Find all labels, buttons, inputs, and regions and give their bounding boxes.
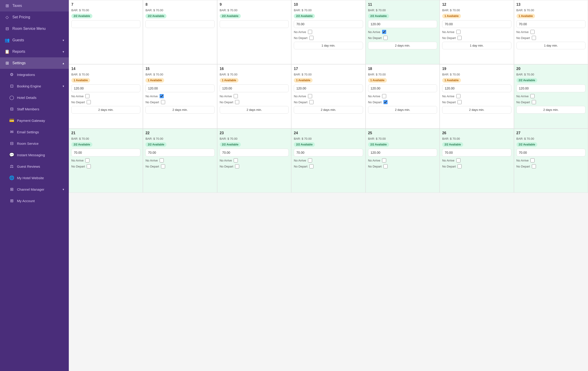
price-input[interactable] xyxy=(294,149,363,157)
bar-price: BAR: $ 70.00 xyxy=(368,137,437,140)
no-depart-checkbox[interactable] xyxy=(161,164,165,169)
no-depart-checkbox[interactable] xyxy=(458,164,462,169)
no-arrive-checkbox[interactable] xyxy=(530,158,535,162)
min-days-button[interactable]: 2 days min. xyxy=(71,106,140,114)
no-arrive-checkbox[interactable] xyxy=(456,94,461,98)
price-input[interactable] xyxy=(220,149,289,157)
price-input[interactable] xyxy=(516,149,586,157)
price-input[interactable] xyxy=(442,149,511,157)
no-arrive-checkbox[interactable] xyxy=(85,94,89,98)
day-cell-18: 18BAR: $ 70.001 Available No Arrive No D… xyxy=(366,64,440,128)
price-input[interactable] xyxy=(71,85,140,92)
no-depart-checkbox[interactable] xyxy=(309,100,314,104)
no-depart-row: No Depart xyxy=(220,100,289,104)
min-days-button[interactable]: 1 day min. xyxy=(294,42,363,49)
no-arrive-checkbox[interactable] xyxy=(160,158,164,162)
guest-reviews-icon: ⚖ xyxy=(9,164,14,169)
min-days-button[interactable]: 2 days min. xyxy=(294,106,363,114)
sidebar-item-reports[interactable]: 📋 Reports ▾ xyxy=(0,46,69,57)
no-depart-checkbox[interactable] xyxy=(161,100,165,104)
no-arrive-row: No Arrive xyxy=(71,94,140,98)
sidebar-item-my-hotel-website[interactable]: 🌐 My Hotel Website xyxy=(0,172,69,184)
sidebar-item-guests[interactable]: 👥 Guests ▾ xyxy=(0,34,69,46)
no-arrive-checkbox[interactable] xyxy=(530,30,535,34)
no-arrive-checkbox[interactable] xyxy=(234,158,238,162)
price-input[interactable] xyxy=(442,20,511,28)
sidebar-item-staff-members[interactable]: ⊟ Staff Members xyxy=(0,103,69,115)
no-depart-checkbox[interactable] xyxy=(235,100,239,104)
min-days-button[interactable]: 2 days min. xyxy=(368,42,437,49)
no-depart-label: No Depart xyxy=(220,100,233,104)
sidebar-item-email-settings[interactable]: ✉ Email Settings xyxy=(0,126,69,138)
no-arrive-checkbox[interactable] xyxy=(530,94,535,98)
no-depart-checkbox[interactable] xyxy=(383,100,388,104)
sidebar-item-hotel-details[interactable]: ◯ Hotel Details xyxy=(0,92,69,103)
min-days-button[interactable]: 2 days min. xyxy=(368,106,437,114)
price-input[interactable] xyxy=(368,20,437,28)
sidebar-item-channel-manager[interactable]: ⊞ Channel Manager ▾ xyxy=(0,184,69,195)
no-depart-checkbox[interactable] xyxy=(309,164,314,169)
sidebar-item-settings[interactable]: ⊞ Settings ▴ xyxy=(0,57,69,69)
day-number: 7 xyxy=(71,2,140,7)
no-arrive-checkbox[interactable] xyxy=(456,30,461,34)
price-input[interactable] xyxy=(71,149,140,157)
sidebar-item-set-pricing[interactable]: ◇ Set Pricing xyxy=(0,11,69,23)
sidebar-item-my-account[interactable]: ⊞ My Account xyxy=(0,195,69,206)
min-days-button[interactable]: 2 days min. xyxy=(145,106,214,114)
settings-icon: ⊞ xyxy=(5,61,10,66)
price-input[interactable] xyxy=(71,20,140,28)
price-input[interactable] xyxy=(294,85,363,92)
sidebar-item-taxes[interactable]: ⊞ Taxes xyxy=(0,0,69,11)
no-depart-checkbox[interactable] xyxy=(532,100,536,104)
price-input[interactable] xyxy=(368,149,437,157)
no-depart-checkbox[interactable] xyxy=(383,36,388,40)
no-arrive-checkbox[interactable] xyxy=(85,158,89,162)
min-days-button[interactable]: 2 days min. xyxy=(220,106,289,114)
calendar-grid: 7BAR: $ 70.002/2 Available8BAR: $ 70.002… xyxy=(69,0,588,193)
sidebar-item-room-service-menu[interactable]: ⊟ Room Service Menu xyxy=(0,23,69,34)
price-input[interactable] xyxy=(368,85,437,92)
price-input[interactable] xyxy=(145,149,214,157)
no-depart-checkbox[interactable] xyxy=(87,164,91,169)
sidebar-item-booking-engine[interactable]: ⊡ Booking Engine ▾ xyxy=(0,80,69,92)
price-input[interactable] xyxy=(220,20,289,28)
no-depart-checkbox[interactable] xyxy=(383,164,388,169)
no-depart-checkbox[interactable] xyxy=(532,164,536,169)
no-depart-checkbox[interactable] xyxy=(532,36,536,40)
no-depart-checkbox[interactable] xyxy=(235,164,239,169)
no-depart-row: No Depart xyxy=(368,36,437,40)
no-depart-checkbox[interactable] xyxy=(309,36,314,40)
no-arrive-row: No Arrive xyxy=(368,158,437,162)
price-input[interactable] xyxy=(294,20,363,28)
price-input[interactable] xyxy=(220,85,289,92)
min-days-button[interactable]: 1 day min. xyxy=(442,42,511,49)
no-arrive-checkbox[interactable] xyxy=(308,94,312,98)
sidebar-item-integrations[interactable]: ⚙ Integrations xyxy=(0,69,69,80)
no-arrive-checkbox[interactable] xyxy=(234,94,238,98)
no-depart-checkbox[interactable] xyxy=(87,100,91,104)
no-arrive-checkbox[interactable] xyxy=(308,158,312,162)
min-days-button[interactable]: 2 days min. xyxy=(442,106,511,114)
no-depart-row: No Depart xyxy=(294,100,363,104)
min-days-button[interactable]: 1 day min. xyxy=(516,42,586,49)
sidebar-item-room-service[interactable]: ⊟ Room Service xyxy=(0,138,69,149)
no-arrive-label: No Arrive xyxy=(368,30,380,34)
no-arrive-checkbox[interactable] xyxy=(456,158,461,162)
price-input[interactable] xyxy=(145,85,214,92)
sidebar-item-guest-reviews[interactable]: ⚖ Guest Reviews xyxy=(0,161,69,172)
price-input[interactable] xyxy=(442,85,511,92)
price-input[interactable] xyxy=(516,20,586,28)
price-input[interactable] xyxy=(145,20,214,28)
chevron-icon: ▾ xyxy=(63,50,64,53)
sidebar-item-instant-messaging[interactable]: 💬 Instant Messaging xyxy=(0,149,69,161)
min-days-button[interactable]: 2 days min. xyxy=(516,106,586,114)
no-depart-checkbox[interactable] xyxy=(458,100,462,104)
no-depart-checkbox[interactable] xyxy=(458,36,462,40)
price-input[interactable] xyxy=(516,85,586,92)
no-arrive-checkbox[interactable] xyxy=(382,30,386,34)
no-arrive-checkbox[interactable] xyxy=(160,94,164,98)
no-arrive-checkbox[interactable] xyxy=(382,158,386,162)
no-arrive-checkbox[interactable] xyxy=(382,94,386,98)
sidebar-item-payment-gateway[interactable]: 💳 Payment Gateway xyxy=(0,115,69,126)
no-arrive-checkbox[interactable] xyxy=(308,30,312,34)
